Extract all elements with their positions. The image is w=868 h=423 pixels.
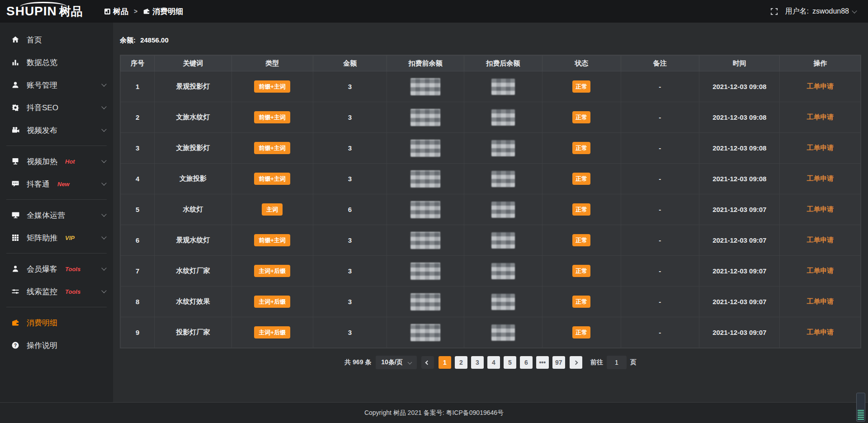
page-button-5[interactable]: 5 [504, 356, 516, 369]
column-header: 状态 [542, 56, 621, 71]
video-camera-icon [11, 126, 20, 134]
gear-icon [11, 103, 20, 112]
sidebar-item-home[interactable]: 首页 [0, 29, 113, 51]
status-badge: 正常 [572, 296, 590, 308]
cell-time: 2021-12-03 09:08 [699, 164, 780, 194]
work-order-link[interactable]: 工单申请 [807, 174, 834, 182]
sidebar-item-data-overview[interactable]: 数据总览 [0, 52, 113, 73]
type-badge: 前缀+主词 [254, 173, 290, 185]
work-order-link[interactable]: 工单申请 [807, 144, 834, 151]
user-icon [11, 81, 20, 89]
sidebar-item-label: 全媒体运营 [27, 210, 65, 221]
cell-type: 前缀+主词 [231, 164, 313, 194]
blurred-balance-after [491, 263, 515, 279]
cell-remark: - [621, 71, 699, 102]
sidebar-item-member-burst[interactable]: 会员爆客 Tools [0, 258, 113, 280]
goto-page-input[interactable] [607, 356, 627, 369]
cell-time: 2021-12-03 09:08 [699, 71, 780, 102]
page-button-1[interactable]: 1 [439, 356, 451, 369]
goto-label: 前往 [590, 358, 603, 367]
work-order-link[interactable]: 工单申请 [807, 267, 834, 274]
page-ellipsis[interactable]: ••• [536, 356, 549, 369]
hot-tag: Hot [65, 158, 75, 165]
column-header: 时间 [699, 56, 780, 71]
chevron-down-icon [101, 212, 106, 216]
blurred-balance-before [410, 170, 440, 188]
cell-index: 6 [121, 225, 155, 256]
table-row: 6 景观水纹灯 前缀+主词 3 正常 - 2021-12-03 09:07 工单… [121, 225, 861, 256]
copyright-text: Copyright 树品 2021 备案号: 粤ICP备09019646号 [364, 409, 504, 417]
cell-keyword: 投影灯厂家 [155, 317, 231, 348]
blurred-balance-before [410, 232, 440, 249]
work-order-link[interactable]: 工单申请 [807, 205, 834, 213]
type-badge: 前缀+主词 [254, 80, 290, 93]
username-value: zswodun88 [812, 7, 849, 15]
sidebar-item-video-publish[interactable]: 视频发布 [0, 119, 113, 141]
breadcrumb-separator: > [134, 8, 137, 15]
cell-status: 正常 [542, 256, 621, 287]
sidebar-item-label: 会员爆客 [27, 264, 57, 274]
breadcrumb-item-current[interactable]: 消费明细 [143, 6, 183, 17]
cell-index: 1 [121, 71, 155, 102]
breadcrumb-item-home[interactable]: 树品 [104, 6, 128, 17]
pagination: 共 969 条 10条/页 123456•••97 前往 页 [113, 356, 868, 369]
work-order-link[interactable]: 工单申请 [807, 236, 834, 244]
person-icon [11, 265, 20, 273]
cell-remark: - [621, 102, 699, 133]
sidebar-item-all-media[interactable]: 全媒体运营 [0, 204, 113, 226]
work-order-link[interactable]: 工单申请 [807, 328, 834, 336]
prev-page-button[interactable] [421, 356, 434, 369]
cell-amount: 3 [313, 164, 387, 194]
chevron-down-icon [101, 158, 106, 163]
cell-balance-after [464, 317, 542, 348]
app-logo[interactable]: SHUPIN 树品 [0, 0, 104, 23]
sidebar-item-douyin-seo[interactable]: 抖音SEO [0, 97, 113, 118]
chat-widget[interactable] [856, 393, 865, 422]
sidebar-item-consumption-detail[interactable]: 消费明细 [0, 312, 113, 334]
page-button-2[interactable]: 2 [455, 356, 467, 369]
cell-action: 工单申请 [780, 256, 861, 287]
sidebar-item-doueketong[interactable]: 抖客通 New [0, 173, 113, 195]
blurred-balance-before [410, 263, 440, 280]
cell-amount: 6 [313, 194, 387, 225]
sidebar-item-clue-monitor[interactable]: 线索监控 Tools [0, 281, 113, 302]
user-menu[interactable]: 用户名: zswodun88 [785, 7, 856, 16]
work-order-link[interactable]: 工单申请 [807, 297, 834, 305]
page-button-6[interactable]: 6 [520, 356, 533, 369]
column-header: 操作 [780, 56, 861, 71]
blurred-balance-before [410, 293, 440, 310]
sidebar-item-account-management[interactable]: 账号管理 [0, 74, 113, 96]
work-order-link[interactable]: 工单申请 [807, 113, 834, 121]
chevron-down-icon [101, 234, 106, 239]
fullscreen-icon[interactable] [770, 8, 778, 15]
sidebar-item-matrix-boost[interactable]: 矩阵助推 VIP [0, 227, 113, 249]
cell-amount: 3 [313, 102, 387, 133]
sidebar-item-label: 视频加热 [27, 156, 57, 167]
balance: 余额: 24856.00 [113, 23, 868, 45]
page-button-97[interactable]: 97 [552, 356, 565, 369]
sidebar-item-operation-guide[interactable]: ? 操作说明 [0, 334, 113, 356]
sidebar-item-label: 线索监控 [27, 287, 57, 297]
cell-time: 2021-12-03 09:07 [699, 194, 780, 225]
cell-type: 前缀+主词 [231, 102, 313, 133]
chevron-down-icon [101, 265, 106, 270]
page-size-select[interactable]: 10条/页 [376, 356, 416, 369]
page-button-4[interactable]: 4 [487, 356, 500, 369]
cell-remark: - [621, 287, 699, 317]
cell-index: 3 [121, 133, 155, 164]
page-button-3[interactable]: 3 [471, 356, 484, 369]
sidebar-item-label: 矩阵助推 [27, 233, 57, 243]
cell-amount: 3 [313, 133, 387, 164]
status-badge: 正常 [572, 203, 590, 216]
cell-balance-after [464, 133, 542, 164]
breadcrumb-label: 消费明细 [152, 6, 183, 17]
work-order-link[interactable]: 工单申请 [807, 82, 834, 90]
chevron-left-icon [425, 360, 430, 365]
next-page-button[interactable] [570, 356, 582, 369]
tools-tag: Tools [65, 266, 80, 273]
cell-status: 正常 [542, 194, 621, 225]
sidebar-item-video-heat[interactable]: 视频加热 Hot [0, 150, 113, 172]
cell-amount: 3 [313, 287, 387, 317]
new-tag: New [57, 181, 70, 188]
cell-balance-after [464, 256, 542, 287]
